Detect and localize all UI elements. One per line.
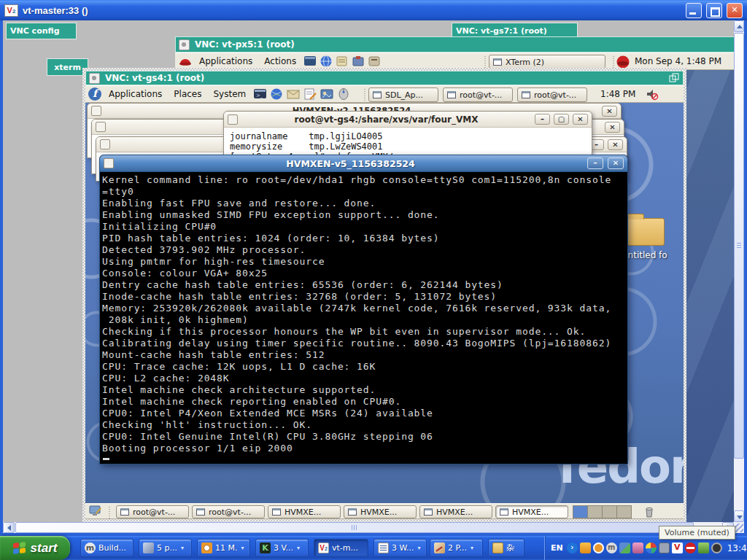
window-hvmxen-v5[interactable]: HVMXEN-v5_1156382524 – ✕ Kernel command …: [99, 155, 628, 464]
gs4-menu-system[interactable]: System: [207, 89, 252, 99]
package-launcher-icon[interactable]: [352, 55, 365, 68]
workspace-3[interactable]: [603, 506, 617, 518]
mail-icon[interactable]: [580, 542, 591, 553]
dropdown-arrow-icon[interactable]: ▾: [297, 545, 300, 551]
px5-menu-actions[interactable]: Actions: [258, 56, 302, 66]
minimize-button[interactable]: –: [535, 114, 550, 125]
timer-icon[interactable]: [711, 542, 722, 553]
close-button[interactable]: ✕: [608, 158, 624, 169]
notes-launcher-icon[interactable]: [336, 55, 349, 68]
drawer-launcher-icon[interactable]: [368, 55, 381, 68]
browser-launcher-icon[interactable]: [320, 55, 333, 68]
scroll-left-button[interactable]: [3, 522, 15, 533]
minimize-button[interactable]: [686, 3, 702, 18]
taskbar-button-folder[interactable]: 杂: [488, 539, 525, 557]
iconify-button[interactable]: [89, 73, 100, 84]
writer-launcher-icon[interactable]: [303, 88, 317, 101]
mail-launcher-icon[interactable]: [287, 88, 301, 101]
messenger-icon[interactable]: ›: [567, 542, 578, 553]
xp-window-titlebar[interactable]: V2 vt-master:33 () ✕: [0, 0, 747, 20]
mouse-config-launcher-icon[interactable]: [337, 88, 351, 101]
windowlist-root1[interactable]: root@vt-...: [116, 505, 189, 518]
gs4-menu-places[interactable]: Places: [168, 89, 207, 99]
px5-menu-applications[interactable]: Applications: [193, 56, 258, 66]
gs4-task-sdl[interactable]: SDL_Ap...: [368, 88, 438, 102]
dropdown-arrow-icon[interactable]: ▾: [241, 545, 244, 551]
ball-icon[interactable]: [646, 542, 657, 553]
window-four-vmx[interactable]: root@vt-gs4:/share/xvs/var/four_VMX – ▢ …: [223, 111, 592, 160]
dropdown-arrow-icon[interactable]: ▾: [418, 545, 421, 551]
display-icon[interactable]: [632, 542, 643, 553]
taskbar-button-build[interactable]: m Build...: [80, 539, 133, 557]
volume-muted-icon[interactable]: [646, 88, 659, 101]
close-button[interactable]: ✕: [602, 106, 617, 117]
dropdown-arrow-icon[interactable]: ▾: [471, 545, 473, 551]
resize-button[interactable]: [669, 73, 680, 83]
photo-tool-launcher-icon[interactable]: [320, 88, 334, 101]
px5-titlebar[interactable]: VNC: vt-px5:1 (root): [175, 36, 734, 52]
maximize-button[interactable]: ▢: [554, 114, 569, 125]
usb-icon[interactable]: [698, 542, 709, 553]
workspace-2[interactable]: [588, 506, 603, 518]
windowlist-root2[interactable]: root@vt-...: [192, 505, 265, 518]
sync-clock-icon[interactable]: [593, 542, 604, 553]
horizontal-scrollbar[interactable]: [3, 522, 734, 533]
windowlist-hvmxe1[interactable]: HVMXE...: [268, 505, 341, 518]
untitled-folder-icon[interactable]: [627, 218, 665, 246]
workspace-switcher[interactable]: [573, 505, 632, 518]
taskbar-button-3w[interactable]: 3 W...▾: [374, 539, 427, 557]
taskbar-button-2p[interactable]: 2 P...▾: [430, 539, 483, 557]
maxthon-tray-icon[interactable]: m: [606, 542, 617, 553]
card-icon[interactable]: [659, 542, 670, 553]
users-icon[interactable]: [619, 542, 630, 553]
scroll-up-button[interactable]: [734, 20, 744, 32]
hvmxen-v5-terminal[interactable]: Kernel command line: ro root=/dev/hda1 r…: [100, 172, 627, 464]
terminal-launcher-icon[interactable]: >_: [253, 88, 267, 101]
gs4-task-root1[interactable]: root@vt-...: [443, 88, 513, 102]
close-button[interactable]: ✕: [608, 139, 623, 150]
close-button[interactable]: ✕: [727, 3, 743, 18]
show-desktop-icon[interactable]: [89, 505, 102, 517]
gs4-menu-applications[interactable]: Applications: [103, 89, 168, 99]
untitled-folder-label[interactable]: untitled fo: [622, 250, 667, 260]
tray-clock[interactable]: 13:49: [727, 543, 747, 553]
horizontal-scroll-thumb[interactable]: [15, 522, 694, 533]
gs4-task-root2[interactable]: root@vt-...: [517, 88, 587, 102]
antivirus-icon[interactable]: V: [672, 542, 683, 553]
browser-launcher-icon[interactable]: [270, 88, 284, 101]
windowlist-hvmxe4-active[interactable]: HVMXE...: [495, 505, 568, 518]
gs4-titlebar[interactable]: VNC: vt-gs4:1 (root): [85, 71, 684, 85]
redhat-menu-icon[interactable]: [179, 55, 192, 67]
blocked-icon[interactable]: [685, 542, 696, 553]
hvmxen-v5-titlebar[interactable]: HVMXEN-v5_1156382524 – ✕: [100, 155, 627, 172]
windowlist-hvmxe2[interactable]: HVMXE...: [344, 505, 417, 518]
resize-grip[interactable]: [734, 522, 744, 533]
taskbar-button-vtm-active[interactable]: V2 vt-m...: [314, 539, 368, 557]
workspace-1[interactable]: [573, 506, 588, 518]
taskbar-button-5p[interactable]: 5 p...▾: [139, 539, 192, 557]
iconify-button[interactable]: [179, 39, 190, 50]
terminal-launcher-icon[interactable]: [303, 55, 317, 68]
close-button[interactable]: ✕: [573, 114, 588, 125]
trash-icon[interactable]: [644, 506, 654, 518]
terminal-line: Calibrating delay using timer specific r…: [102, 338, 627, 349]
language-indicator[interactable]: EN: [551, 543, 563, 553]
close-button[interactable]: ✕: [605, 122, 620, 133]
redhat-clock-icon[interactable]: [616, 55, 630, 69]
vertical-scrollbar[interactable]: [734, 20, 744, 522]
px5-task-xterm[interactable]: XTerm (2): [489, 55, 605, 69]
scroll-down-button[interactable]: [734, 510, 744, 522]
taskbar-button-3v[interactable]: K 3 V...▾: [255, 539, 309, 557]
workspace-4[interactable]: [617, 506, 631, 518]
dropdown-arrow-icon[interactable]: ▾: [181, 545, 184, 551]
fedora-menu-icon[interactable]: f: [88, 88, 101, 101]
start-button[interactable]: start: [0, 536, 70, 560]
gs4-clock[interactable]: 1:48 PM: [600, 89, 635, 99]
windowlist-hvmxe3[interactable]: HVMXE...: [419, 505, 492, 518]
iconified-vnc-config[interactable]: VNC config: [6, 23, 77, 39]
vertical-scroll-thumb[interactable]: [734, 33, 744, 459]
px5-clock[interactable]: Mon Sep 4, 1:48 PM: [635, 56, 721, 66]
maximize-button[interactable]: [706, 3, 722, 18]
taskbar-button-11m[interactable]: 11 M.▾: [197, 539, 250, 557]
minimize-button[interactable]: –: [587, 158, 603, 169]
